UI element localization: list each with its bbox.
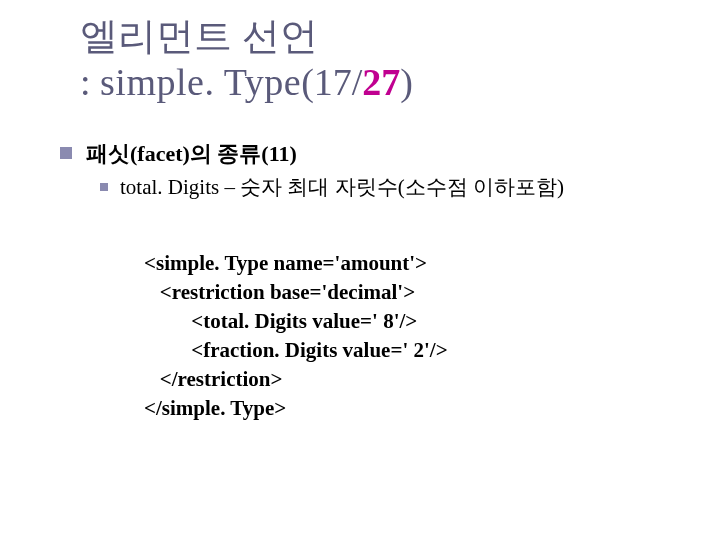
title-block: 엘리먼트 선언 : simple. Type(17/27) [80, 14, 413, 105]
title-simpletype: simple. Type [100, 61, 301, 103]
title-page-total: 27 [362, 61, 400, 103]
title-close-paren: ) [400, 61, 413, 103]
code-line: <simple. Type name='amount'> [144, 251, 427, 275]
title-line-2: : simple. Type(17/27) [80, 60, 413, 106]
square-bullet-icon [100, 183, 108, 191]
title-colon: : [80, 61, 100, 103]
square-bullet-icon [60, 147, 72, 159]
bullet-l1-text: total. Digits – 숫자 최대 자릿수(소수점 이하포함) [120, 172, 564, 202]
code-line: </restriction> [144, 367, 282, 391]
code-line: <total. Digits value=' 8'/> [144, 309, 417, 333]
title-page-current: 17 [314, 61, 352, 103]
title-slash: / [352, 61, 363, 103]
code-line: </simple. Type> [144, 396, 286, 420]
bullet-l0-text: 패싯(facet)의 종류(11) [86, 138, 297, 170]
code-block: <simple. Type name='amount'> <restrictio… [144, 220, 448, 423]
code-line: <fraction. Digits value=' 2'/> [144, 338, 448, 362]
code-line: <restriction base='decimal'> [144, 280, 415, 304]
bullet-level-1: total. Digits – 숫자 최대 자릿수(소수점 이하포함) [60, 172, 680, 202]
slide: 엘리먼트 선언 : simple. Type(17/27) 패싯(facet)의… [0, 0, 720, 540]
title-line-1: 엘리먼트 선언 [80, 14, 413, 60]
bullet-level-0: 패싯(facet)의 종류(11) [60, 138, 680, 170]
title-open-paren: ( [301, 61, 314, 103]
content: 패싯(facet)의 종류(11) total. Digits – 숫자 최대 … [60, 138, 680, 202]
